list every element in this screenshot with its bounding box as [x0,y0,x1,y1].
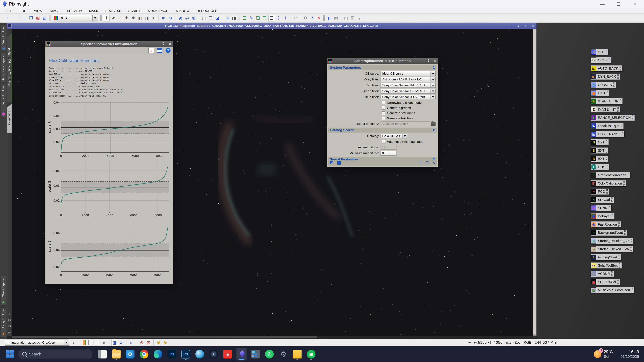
badge-new-instance[interactable]: N [624,230,626,232]
badge-drag[interactable]: D [606,167,608,169]
export-pdf-icon[interactable]: ▲ [148,48,154,53]
toolbar-handle[interactable] [78,339,80,346]
reload-icon[interactable]: ↺ [309,15,315,21]
collapse-icon[interactable] [432,66,435,69]
screen-remove-icon[interactable]: ⊠ [146,339,152,346]
taskbar-app-red-diamond[interactable]: ◈ [222,348,232,361]
minimize-button[interactable]: — [599,1,606,7]
green-filter-select[interactable]: Sony Color Sensor G-UVIRcut [380,89,436,93]
taskbar-clock[interactable]: 16:49 01/10/2025 [620,349,639,359]
dialog-close-button[interactable]: ✕ [433,59,436,63]
taskbar-app-sticky-notes[interactable] [292,348,302,361]
menu-mask[interactable]: MASK [86,9,102,13]
history-back-icon[interactable]: ↶ [292,15,298,21]
fit-view-icon[interactable]: ◨ [231,15,237,21]
new-process-icon[interactable]: ❏ [242,15,248,21]
browse-documentation-icon[interactable]: ❐ [426,161,429,165]
screen-warning2-icon[interactable]: ☢ [162,339,168,346]
menu-view[interactable]: VIEW [30,9,46,13]
upload-icon[interactable]: ⇧ [282,15,288,21]
badge-new-instance[interactable]: N [631,238,632,240]
sidebar-item-sxt[interactable]: SSXTND [591,147,608,153]
restore-button[interactable]: ❐ [615,1,622,7]
preview-mode-icon[interactable]: ◪ [214,15,220,21]
auto-limit-checkbox[interactable]: ✓ [382,140,386,143]
badge-drag[interactable]: D [631,241,632,243]
badge-new-instance[interactable]: N [609,205,610,207]
sidebar-item-backgroundneut[interactable]: ≡BackgroundNeutND [591,230,627,236]
mask-hide-icon[interactable]: ▨ [333,15,339,21]
badge-drag[interactable]: D [606,151,607,153]
badge-drag[interactable]: D [628,176,629,178]
taskbar-search[interactable]: Search [18,349,92,359]
active-thumbnail-chip[interactable] [83,340,88,345]
zoom-optimal-icon[interactable]: ◍ [191,15,197,21]
badge-new-instance[interactable]: N [620,66,621,68]
delete-icon[interactable]: ✕ [316,15,322,21]
sidebar-item-crop[interactable]: ✂CROPND [591,57,612,63]
sidebar-item-colorcalibration[interactable]: ◧ColorCalibrationND [591,180,626,186]
badge-drag[interactable]: D [617,282,619,284]
zoom-fit-icon[interactable]: ◎ [184,15,190,21]
sidebar-item-stretch-unlinked-v6[interactable]: ∞Stretch_Unlinked_V6ND [591,238,634,244]
taskbar-app-chrome[interactable] [139,348,149,361]
image-zoom-button[interactable]: + [524,24,528,28]
badge-new-instance[interactable]: N [606,148,607,150]
sidebar-item-hist[interactable]: ▆HISTND [591,90,610,96]
undo-icon[interactable]: ↶ [4,15,11,21]
badge-drag[interactable]: D [606,159,607,161]
horizontal-scroll-thumb[interactable] [12,336,317,338]
sidebar-item-spccal[interactable]: ∿SPCCalND [591,197,614,203]
blue-filter-select[interactable]: Sony Color Sensor B-UVIRcut [380,95,436,99]
badge-new-instance[interactable]: N [611,197,613,199]
badge-drag[interactable]: D [612,217,614,219]
taskbar-app-panel[interactable] [250,348,260,361]
badge-new-instance[interactable]: N [623,181,625,183]
zoom-shrink-icon[interactable]: ⇙ [117,15,123,21]
sidebar-item-curves[interactable]: ∿CURVESND [591,82,616,88]
toolbar-handle[interactable] [1,339,3,346]
mask-selector-icon[interactable]: ◐ [70,339,77,346]
close-button[interactable]: ✕ [631,1,638,7]
badge-new-instance[interactable]: N [619,263,620,265]
badge-new-instance[interactable]: N [606,156,607,158]
toolbar-handle[interactable] [108,339,110,346]
start-button[interactable] [6,350,14,358]
dialog-shade-button[interactable]: ▴ [427,59,430,63]
badge-new-instance[interactable]: N [632,288,633,290]
chevron-down-icon[interactable] [430,71,435,76]
add-process-icon[interactable]: ❏ [255,15,261,21]
verify-icon[interactable]: ☑ [350,15,356,21]
download-icon[interactable]: ⇩ [276,15,282,21]
flux-close-button[interactable]: ✕ [168,42,172,46]
badge-new-instance[interactable]: N [618,222,620,224]
badge-drag[interactable]: D [630,250,632,252]
vertical-scroll-thumb[interactable] [533,29,536,335]
taskbar-app-edge[interactable] [153,348,163,361]
pan-mode-icon[interactable]: ✛ [103,15,110,21]
badge-new-instance[interactable]: N [628,173,629,175]
taskbar-app-settings[interactable]: ⚙ [278,348,288,361]
badge-new-instance[interactable]: N [606,49,607,51]
sidebar-item-pcc[interactable]: ∿PCCND [591,189,609,195]
catalog-select[interactable]: Gaia DR3/SP [380,134,407,138]
taskbar-app-pixinsight[interactable] [236,348,246,361]
sidebar-item-image-int[interactable]: ΣIMAGE_INTND [591,106,620,112]
dock-tab-process-explorer[interactable]: Process Explorer⚙ [0,53,6,82]
split-left-icon[interactable]: ◧ [137,15,143,21]
menu-image[interactable]: IMAGE [46,9,64,13]
dock-tab-view-explorer[interactable]: View Explorer▣ [0,25,6,51]
badge-new-instance[interactable]: N [622,132,623,134]
new-image-icon[interactable]: ▭ [21,15,28,21]
weather-widget[interactable]: 2 29°C Sol [594,349,613,359]
badge-new-instance[interactable]: N [607,90,608,92]
chevron-down-icon[interactable] [430,89,435,93]
section-system-parameters[interactable]: System Parameters [328,65,437,70]
edit-preview-icon[interactable]: ❐ [208,15,214,21]
menu-resources[interactable]: RESOURCES [193,9,221,13]
split-right-icon[interactable]: ◨ [144,15,150,21]
check-mode-icon[interactable]: ◫ [343,15,349,21]
new-preview-icon[interactable]: ▢ [201,15,207,21]
sidebar-item-debayer[interactable]: ▦DebayerND [591,213,614,219]
badge-new-instance[interactable]: N [617,107,619,109]
